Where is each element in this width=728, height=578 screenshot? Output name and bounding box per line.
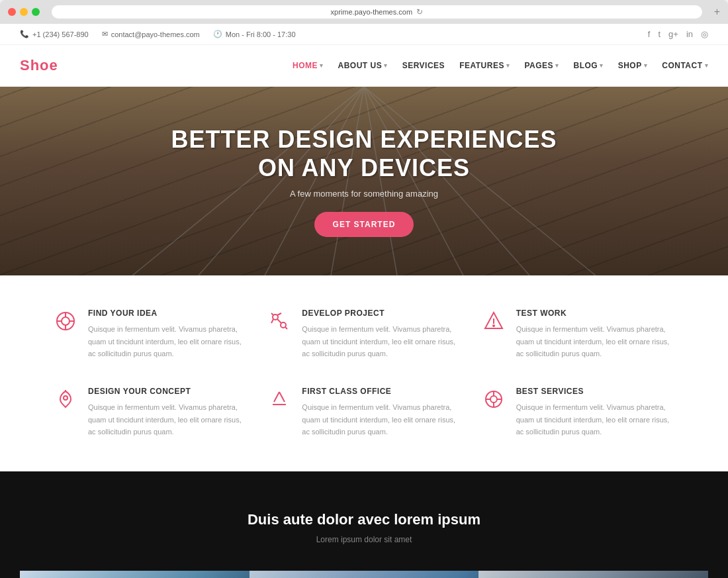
nav-link-shop[interactable]: SHOP ▾: [618, 61, 648, 70]
phone-number: +1 (234) 567-890: [32, 30, 89, 38]
feature-test-work: TEST WORK Quisque in fermentum velit. Vi…: [481, 309, 675, 360]
hero-title: BETTER DESIGN EXPERIENCES ON ANY DEVICES: [171, 125, 557, 182]
feature-best-services-desc: Quisque in fermentum velit. Vivamus phar…: [516, 401, 675, 438]
gallery-grid: [20, 571, 708, 578]
nav-item-services[interactable]: SERVICES: [402, 61, 445, 70]
navbar: Shoe HOME ▾ ABOUT US ▾ SER: [0, 45, 728, 87]
google-plus-icon[interactable]: g+: [668, 29, 678, 39]
svg-point-23: [493, 325, 494, 326]
feature-first-class-text: FIRST CLASS OFFICE Quisque in fermentum …: [302, 387, 461, 438]
hours-text: Mon - Fri 8:00 - 17:30: [226, 30, 296, 38]
nav-item-shop[interactable]: SHOP ▾: [618, 61, 648, 70]
nav-item-blog[interactable]: BLOG ▾: [574, 61, 604, 70]
feature-find-idea-desc: Quisque in fermentum velit. Vivamus phar…: [88, 323, 247, 360]
logo[interactable]: Shoe: [20, 57, 58, 74]
svg-line-26: [274, 392, 279, 402]
nav-pages-label: PAGES: [524, 61, 553, 70]
hero-title-line1: BETTER DESIGN EXPERIENCES: [171, 125, 557, 154]
phone-info: 📞 +1 (234) 567-890: [20, 30, 89, 38]
nav-item-contact[interactable]: CONTACT ▾: [662, 61, 708, 70]
nav-item-home[interactable]: HOME ▾: [293, 61, 324, 70]
svg-line-27: [279, 392, 285, 402]
gallery-item-3: [478, 571, 708, 578]
facebook-icon[interactable]: f: [648, 29, 651, 39]
nav-link-pages[interactable]: PAGES ▾: [524, 61, 559, 70]
email-address: contact@payo-themes.com: [111, 30, 200, 38]
chevron-down-icon: ▾: [506, 62, 510, 69]
test-work-icon: [481, 309, 506, 334]
svg-point-9: [62, 317, 69, 325]
feature-develop-project: DEVELOP PROJECT Quisque in fermentum vel…: [267, 309, 461, 360]
feature-first-class-desc: Quisque in fermentum velit. Vivamus phar…: [302, 401, 461, 438]
browser-titlebar: xprime.payo-themes.com ↻ +: [0, 0, 728, 24]
clock-icon: 🕐: [213, 30, 222, 38]
website-content: 📞 +1 (234) 567-890 ✉ contact@payo-themes…: [0, 24, 728, 578]
nav-link-contact[interactable]: CONTACT ▾: [662, 61, 708, 70]
dark-section-subtitle: Lorem ipsum dolor sit amet: [20, 535, 708, 544]
close-dot[interactable]: [8, 8, 16, 16]
feature-best-services: BEST SERVICES Quisque in fermentum velit…: [481, 387, 675, 438]
nav-contact-label: CONTACT: [662, 61, 702, 70]
hero-cta-button[interactable]: GET STARTED: [314, 212, 414, 237]
chevron-down-icon: ▾: [320, 62, 324, 69]
feature-design-concept-desc: Quisque in fermentum velit. Vivamus phar…: [88, 401, 247, 438]
feature-develop-project-desc: Quisque in fermentum velit. Vivamus phar…: [302, 323, 461, 360]
dark-section-title: Duis aute dolor avec lorem ipsum: [20, 511, 708, 528]
svg-line-20: [271, 319, 273, 323]
nav-item-about[interactable]: ABOUT US ▾: [338, 61, 387, 70]
hero-title-line2: ON ANY DEVICES: [171, 154, 557, 182]
logo-text: Shoe: [20, 57, 58, 73]
top-bar-right: f t g+ in ◎: [648, 29, 708, 39]
twitter-icon[interactable]: t: [658, 29, 660, 39]
hero-section: BETTER DESIGN EXPERIENCES ON ANY DEVICES…: [0, 87, 728, 275]
email-icon: ✉: [102, 30, 108, 38]
gallery-item-1: [20, 571, 250, 578]
browser-window: xprime.payo-themes.com ↻ + 📞 +1 (234) 56…: [0, 0, 728, 578]
nav-item-features[interactable]: FEATURES ▾: [459, 61, 510, 70]
nav-link-home[interactable]: HOME ▾: [293, 61, 324, 70]
chevron-down-icon: ▾: [555, 62, 559, 69]
maximize-dot[interactable]: [32, 8, 40, 16]
linkedin-icon[interactable]: in: [686, 29, 693, 39]
nav-link-features[interactable]: FEATURES ▾: [459, 61, 510, 70]
nav-shop-label: SHOP: [618, 61, 642, 70]
url-text: xprime.payo-themes.com: [331, 8, 413, 16]
svg-line-19: [277, 313, 281, 315]
first-class-icon: [267, 387, 292, 412]
nav-link-services[interactable]: SERVICES: [402, 61, 445, 70]
best-services-icon: [481, 387, 506, 412]
svg-line-17: [271, 313, 273, 315]
nav-links: HOME ▾ ABOUT US ▾ SERVICES: [293, 61, 708, 70]
minimize-dot[interactable]: [20, 8, 28, 16]
find-idea-icon: [53, 309, 78, 334]
chevron-down-icon: ▾: [600, 62, 604, 69]
nav-link-about[interactable]: ABOUT US ▾: [338, 61, 387, 70]
hero-subtitle: A few moments for something amazing: [171, 189, 557, 199]
feature-design-concept-text: DESIGN YOUR CONCEPT Quisque in fermentum…: [88, 387, 247, 438]
reload-icon[interactable]: ↻: [416, 7, 423, 17]
chevron-down-icon: ▾: [705, 62, 709, 69]
nav-features-label: FEATURES: [459, 61, 504, 70]
features-section: FIND YOUR IDEA Quisque in fermentum veli…: [0, 275, 728, 471]
nav-link-blog[interactable]: BLOG ▾: [574, 61, 604, 70]
feature-best-services-text: BEST SERVICES Quisque in fermentum velit…: [516, 387, 675, 438]
feature-design-concept: DESIGN YOUR CONCEPT Quisque in fermentum…: [53, 387, 247, 438]
svg-point-30: [490, 396, 497, 403]
feature-design-concept-title: DESIGN YOUR CONCEPT: [88, 387, 247, 396]
feature-test-work-text: TEST WORK Quisque in fermentum velit. Vi…: [516, 309, 675, 360]
address-bar[interactable]: xprime.payo-themes.com ↻: [52, 5, 702, 19]
feature-first-class-title: FIRST CLASS OFFICE: [302, 387, 461, 396]
new-tab-button[interactable]: +: [714, 6, 720, 18]
phone-icon: 📞: [20, 30, 29, 38]
feature-find-idea-text: FIND YOUR IDEA Quisque in fermentum veli…: [88, 309, 247, 360]
nav-item-pages[interactable]: PAGES ▾: [524, 61, 559, 70]
hero-content: BETTER DESIGN EXPERIENCES ON ANY DEVICES…: [171, 125, 557, 237]
hours-info: 🕐 Mon - Fri 8:00 - 17:30: [213, 30, 296, 38]
develop-project-icon: [267, 309, 292, 334]
feature-first-class: FIRST CLASS OFFICE Quisque in fermentum …: [267, 387, 461, 438]
design-concept-icon: [53, 387, 78, 412]
instagram-icon[interactable]: ◎: [701, 29, 708, 39]
feature-find-idea: FIND YOUR IDEA Quisque in fermentum veli…: [53, 309, 247, 360]
gallery-item-2: [250, 571, 479, 578]
chevron-down-icon: ▾: [384, 62, 388, 69]
